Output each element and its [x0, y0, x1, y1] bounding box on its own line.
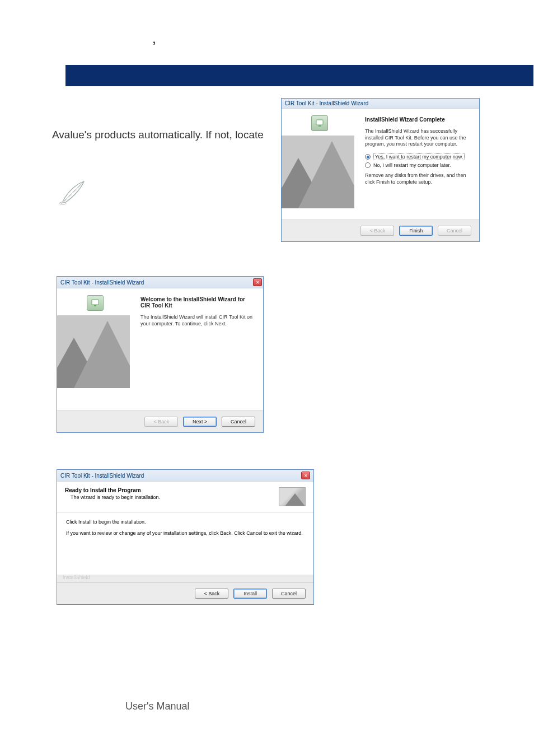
blue-band	[65, 65, 533, 86]
top-quote: ,	[152, 31, 156, 46]
